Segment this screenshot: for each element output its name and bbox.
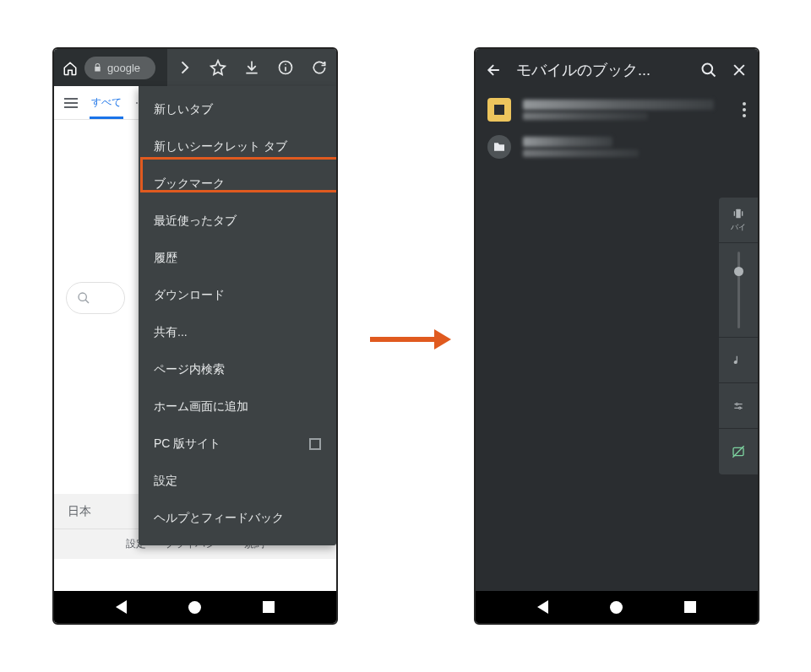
reload-icon[interactable] [311,59,328,76]
svg-line-4 [85,300,89,303]
menu-item-settings[interactable]: 設定 [139,463,336,500]
search-icon[interactable] [700,62,717,79]
menu-item-help[interactable]: ヘルプとフィードバック [139,500,336,537]
bookmark-item-label [523,137,746,157]
download-icon[interactable] [243,59,260,76]
transition-arrow [370,333,451,346]
menu-item-add-home[interactable]: ホーム画面に追加 [139,388,336,425]
side-dock: バイ [719,198,758,474]
phone-left: google すべて ⋯ 日本 設定 プライバ [52,47,338,625]
tab-all[interactable]: すべて [90,87,123,119]
desktop-checkbox[interactable] [309,438,321,450]
menu-item-find[interactable]: ページ内検索 [139,351,336,388]
back-icon[interactable] [486,62,503,79]
bookmarks-title: モバイルのブック... [516,60,687,80]
bookmark-favicon [487,98,511,122]
menu-item-downloads[interactable]: ダウンロード [139,277,336,314]
menu-item-recent-tabs[interactable]: 最近使ったタブ [139,203,336,240]
search-icon [77,291,90,305]
nav-home-icon[interactable] [610,601,623,614]
menu-item-share[interactable]: 共有... [139,314,336,351]
dock-music-icon[interactable] [719,338,758,383]
svg-rect-9 [736,209,740,219]
bookmark-item-1[interactable] [476,91,758,128]
bookmark-item-label [523,100,731,120]
chrome-menu: 新しいタブ 新しいシークレット タブ ブックマーク 最近使ったタブ 履歴 ダウン… [139,86,336,545]
url-text: google [107,62,140,74]
menu-item-incognito[interactable]: 新しいシークレット タブ [139,128,336,165]
phone-right: モバイルのブック... [474,47,759,625]
dock-cast-off-icon[interactable] [719,429,758,474]
svg-point-3 [79,293,86,301]
hamburger-icon[interactable] [64,98,78,108]
menu-item-history[interactable]: 履歴 [139,240,336,277]
nav-back-icon[interactable] [537,600,548,614]
google-search-field[interactable] [66,282,125,314]
android-navbar [54,591,336,623]
menu-item-bookmarks[interactable]: ブックマーク [139,165,336,203]
dock-settings-icon[interactable] [719,383,758,429]
lock-icon [93,62,102,73]
nav-recents-icon[interactable] [684,601,696,613]
bookmarks-header: モバイルのブック... [476,49,758,91]
menu-icon-row [167,49,336,86]
home-icon[interactable] [63,61,76,74]
dock-vibration[interactable]: バイ [719,198,758,243]
star-icon[interactable] [210,59,226,76]
svg-point-13 [739,407,741,409]
svg-point-5 [703,64,713,74]
forward-icon[interactable] [176,59,193,76]
bookmarks-screen: モバイルのブック... [476,49,758,623]
menu-item-new-tab[interactable]: 新しいタブ [139,91,336,128]
bookmark-item-2[interactable] [476,128,758,165]
svg-point-2 [285,63,286,65]
svg-point-12 [736,403,738,404]
address-bar[interactable]: google [84,57,155,79]
dock-label: バイ [731,222,746,233]
nav-recents-icon[interactable] [263,601,275,613]
android-navbar [476,591,758,623]
nav-home-icon[interactable] [188,601,201,614]
svg-line-6 [711,73,716,77]
close-icon[interactable] [731,62,748,79]
menu-item-desktop-site[interactable]: PC 版サイト [139,425,336,463]
info-icon[interactable] [277,59,294,76]
bookmark-item-menu-icon[interactable] [743,102,746,117]
folder-icon [487,135,511,159]
nav-back-icon[interactable] [116,600,127,614]
dock-volume-slider[interactable] [719,243,758,338]
